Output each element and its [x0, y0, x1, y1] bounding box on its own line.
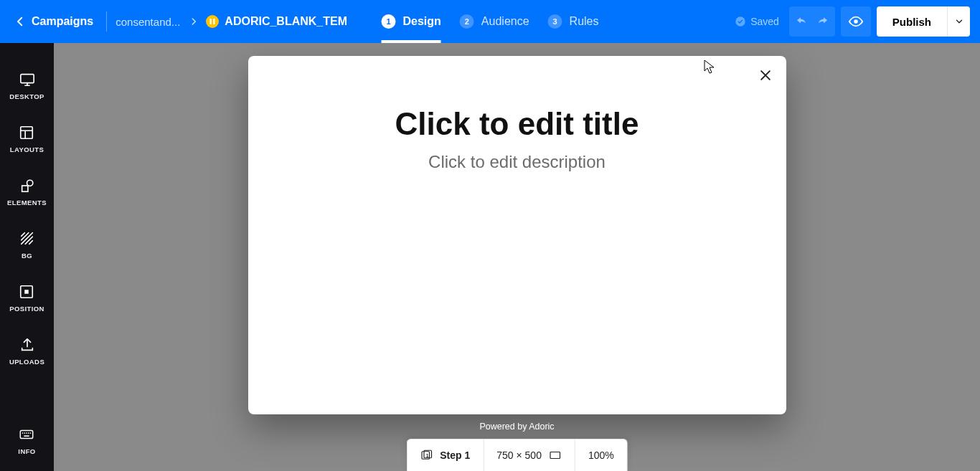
- step-number: 1: [382, 14, 396, 29]
- position-icon: [19, 284, 34, 300]
- popup-description[interactable]: Click to edit description: [248, 152, 786, 172]
- step-label: Rules: [570, 15, 599, 28]
- svg-point-12: [24, 432, 26, 434]
- keyboard-icon: [19, 427, 34, 442]
- svg-point-13: [27, 432, 28, 434]
- sidebar-item-label: INFO: [18, 447, 35, 455]
- svg-text:1: 1: [425, 453, 428, 458]
- chevron-down-icon: [954, 16, 964, 27]
- sidebar-item-position[interactable]: POSITION: [9, 284, 44, 313]
- step-selector[interactable]: 1 Step 1: [407, 439, 483, 471]
- check-circle-icon: [735, 16, 746, 27]
- sidebar-item-label: UPLOADS: [9, 358, 44, 366]
- saved-label: Saved: [750, 16, 779, 27]
- step-number: 3: [548, 14, 562, 29]
- svg-rect-7: [22, 186, 27, 191]
- top-bar: Campaigns consentand... ADORIC_BLANK_TEM…: [0, 0, 980, 43]
- breadcrumb-template[interactable]: ADORIC_BLANK_TEMPL: [225, 15, 347, 28]
- rectangle-icon: [549, 449, 562, 462]
- undo-icon: [793, 14, 808, 29]
- chevron-left-icon: [14, 15, 27, 28]
- close-icon: [758, 68, 773, 82]
- svg-rect-5: [21, 127, 33, 139]
- status-dot-paused-icon: [206, 15, 219, 28]
- svg-rect-4: [20, 75, 33, 83]
- desktop-icon: [19, 72, 35, 87]
- zoom-label: 100%: [588, 449, 614, 461]
- svg-rect-20: [550, 452, 560, 459]
- svg-rect-9: [25, 290, 29, 294]
- publish-button-group: Publish: [877, 6, 970, 37]
- popup-title[interactable]: Click to edit title: [248, 106, 786, 142]
- svg-rect-16: [24, 435, 29, 437]
- svg-point-3: [854, 19, 858, 24]
- elements-icon: [19, 178, 35, 194]
- svg-point-11: [22, 432, 24, 434]
- header-actions: Saved Publish: [735, 6, 970, 37]
- breadcrumb-project[interactable]: consentand...: [116, 16, 180, 28]
- sidebar-item-label: ELEMENTS: [7, 199, 47, 206]
- preview-button[interactable]: [841, 6, 871, 37]
- svg-rect-10: [21, 431, 33, 439]
- step-design[interactable]: 1 Design: [382, 0, 441, 43]
- step-label: Design: [403, 15, 441, 28]
- sidebar-item-info[interactable]: INFO: [18, 427, 35, 455]
- saved-status: Saved: [735, 16, 779, 27]
- step-number: 2: [460, 14, 474, 29]
- uploads-icon: [19, 337, 35, 353]
- redo-button[interactable]: [812, 6, 835, 37]
- sidebar-item-bg[interactable]: BG: [19, 231, 35, 260]
- sidebar-item-label: POSITION: [9, 305, 44, 313]
- back-button[interactable]: [10, 11, 30, 32]
- layouts-icon: [19, 125, 34, 141]
- undo-redo-group: [789, 6, 835, 37]
- eye-icon: [848, 14, 864, 29]
- canvas-area[interactable]: Click to edit title Click to edit descri…: [54, 43, 980, 471]
- left-sidebar: DESKTOP LAYOUTS ELEMENTS BG POSITION UPL…: [0, 43, 54, 471]
- powered-by-label[interactable]: Powered by Adoric: [479, 422, 554, 432]
- close-button[interactable]: [756, 66, 775, 85]
- breadcrumb-campaigns[interactable]: Campaigns: [32, 15, 93, 28]
- sidebar-item-label: BG: [22, 252, 32, 260]
- sidebar-item-layouts[interactable]: LAYOUTS: [10, 125, 44, 153]
- sidebar-item-label: DESKTOP: [9, 92, 44, 100]
- bg-icon: [19, 231, 35, 247]
- publish-button[interactable]: Publish: [877, 6, 947, 37]
- sidebar-item-desktop[interactable]: DESKTOP: [9, 72, 44, 100]
- chevron-right-icon: [187, 15, 200, 28]
- step-audience[interactable]: 2 Audience: [460, 0, 529, 43]
- separator: [106, 11, 107, 32]
- publish-dropdown-button[interactable]: [947, 6, 970, 37]
- redo-icon: [816, 14, 831, 29]
- step-icon: 1: [420, 449, 433, 462]
- zoom-control[interactable]: 100%: [575, 439, 627, 471]
- undo-button[interactable]: [789, 6, 812, 37]
- sidebar-item-label: LAYOUTS: [10, 146, 44, 153]
- sidebar-item-uploads[interactable]: UPLOADS: [9, 337, 44, 366]
- dimensions-label: 750 × 500: [496, 449, 542, 461]
- svg-point-15: [30, 432, 32, 434]
- step-label: Step 1: [440, 449, 470, 461]
- popup-canvas[interactable]: Click to edit title Click to edit descri…: [248, 56, 786, 414]
- sidebar-item-elements[interactable]: ELEMENTS: [7, 178, 47, 206]
- workflow-steps: 1 Design 2 Audience 3 Rules: [382, 0, 599, 43]
- svg-rect-1: [214, 19, 215, 24]
- bottom-toolbar: 1 Step 1 750 × 500 100%: [406, 439, 628, 471]
- step-label: Audience: [481, 15, 529, 28]
- dimensions-control[interactable]: 750 × 500: [484, 439, 575, 471]
- svg-point-14: [28, 432, 29, 434]
- svg-rect-0: [210, 19, 212, 24]
- step-rules[interactable]: 3 Rules: [548, 0, 599, 43]
